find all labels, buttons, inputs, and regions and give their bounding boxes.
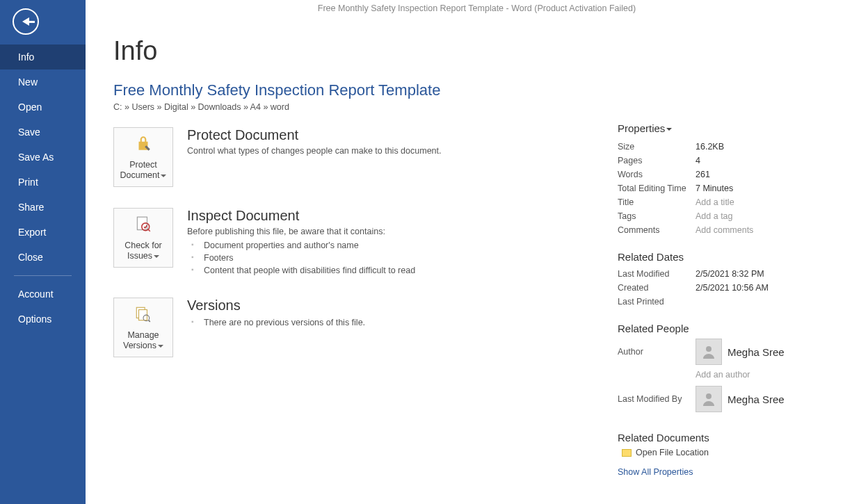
protect-btn-label-1: Protect <box>129 160 157 170</box>
date-value-created: 2/5/2021 10:56 AM <box>696 283 769 293</box>
chevron-down-icon <box>666 128 672 131</box>
chevron-down-icon <box>154 255 159 258</box>
prop-value-size: 16.2KB <box>696 142 724 152</box>
avatar <box>696 339 722 365</box>
date-label-created: Created <box>618 283 696 293</box>
protect-document-button[interactable]: ProtectDocument <box>113 127 173 187</box>
nav-account[interactable]: Account <box>0 282 86 307</box>
nav-save[interactable]: Save <box>0 120 86 145</box>
inspect-item: Footers <box>187 252 415 264</box>
inspect-item: Content that people with disabilities fi… <box>187 264 415 277</box>
prop-value-title[interactable]: Add a title <box>696 197 734 207</box>
prop-label-comments: Comments <box>618 225 696 235</box>
versions-btn-label-1: Manage <box>127 330 159 340</box>
nav-info[interactable]: Info <box>0 44 86 70</box>
document-title: Free Monthly Safety Inspection Report Te… <box>113 81 618 99</box>
related-documents-heading: Related Documents <box>618 432 840 444</box>
related-dates-heading: Related Dates <box>618 251 840 263</box>
protect-text: Control what types of changes people can… <box>187 146 442 156</box>
prop-label-pages: Pages <box>618 156 696 165</box>
nav-options[interactable]: Options <box>0 307 86 332</box>
inspect-text: Before publishing this file, be aware th… <box>187 227 415 236</box>
add-author[interactable]: Add an author <box>696 370 750 380</box>
prop-value-pages: 4 <box>696 156 700 165</box>
open-file-location-label: Open File Location <box>636 448 709 457</box>
prop-label-title: Title <box>618 197 696 207</box>
modified-by-name[interactable]: Megha Sree <box>728 393 785 405</box>
back-button[interactable] <box>13 8 39 35</box>
prop-label-editing-time: Total Editing Time <box>618 184 696 193</box>
protect-heading: Protect Document <box>187 127 442 143</box>
modified-by-label: Last Modified By <box>618 394 696 404</box>
nav-export[interactable]: Export <box>0 220 86 245</box>
main-content: Info Free Monthly Safety Inspection Repo… <box>86 0 868 504</box>
nav-save-as[interactable]: Save As <box>0 145 86 170</box>
prop-value-editing-time: 7 Minutes <box>696 184 733 193</box>
prop-label-tags: Tags <box>618 211 696 221</box>
related-people-heading: Related People <box>618 323 840 334</box>
inspect-btn-label-1: Check for <box>124 241 162 250</box>
page-title: Info <box>113 36 618 66</box>
inspect-btn-label-2: Issues <box>127 251 152 261</box>
svg-point-5 <box>706 346 712 352</box>
date-label-modified: Last Modified <box>618 269 696 279</box>
nav-share[interactable]: Share <box>0 195 86 220</box>
inspect-heading: Inspect Document <box>187 208 415 224</box>
chevron-down-icon <box>161 174 166 177</box>
check-issues-button[interactable]: Check forIssues <box>113 208 173 268</box>
prop-label-words: Words <box>618 170 696 179</box>
versions-icon <box>134 298 152 330</box>
show-all-properties[interactable]: Show All Properties <box>618 467 840 477</box>
nav-open[interactable]: Open <box>0 95 86 120</box>
inspect-icon <box>134 209 152 241</box>
svg-point-6 <box>706 393 712 399</box>
backstage-sidebar: Info New Open Save Save As Print Share E… <box>0 0 86 504</box>
back-arrow-icon <box>22 17 29 26</box>
nav-divider <box>14 275 72 276</box>
properties-heading[interactable]: Properties <box>618 122 840 134</box>
lock-icon <box>134 128 152 160</box>
avatar <box>696 386 722 412</box>
open-file-location[interactable]: Open File Location <box>622 448 840 457</box>
date-value-modified: 2/5/2021 8:32 PM <box>696 269 764 279</box>
manage-versions-button[interactable]: ManageVersions <box>113 298 173 357</box>
versions-heading: Versions <box>187 298 365 314</box>
protect-btn-label-2: Document <box>120 170 160 180</box>
versions-btn-label-2: Versions <box>123 341 156 350</box>
inspect-item: Document properties and author's name <box>187 239 415 252</box>
prop-label-size: Size <box>618 142 696 152</box>
author-name[interactable]: Megha Sree <box>728 346 785 358</box>
prop-value-tags[interactable]: Add a tag <box>696 211 733 221</box>
folder-icon <box>622 449 632 457</box>
chevron-down-icon <box>158 345 163 348</box>
window-title: Free Monthly Safety Inspection Report Te… <box>86 0 868 19</box>
date-label-printed: Last Printed <box>618 297 696 307</box>
author-label: Author <box>618 347 696 357</box>
versions-text: There are no previous versions of this f… <box>187 316 365 329</box>
prop-value-comments[interactable]: Add comments <box>696 225 753 235</box>
nav-close[interactable]: Close <box>0 245 86 270</box>
nav-new[interactable]: New <box>0 70 86 95</box>
breadcrumb: C: » Users » Digital » Downloads » A4 » … <box>113 102 618 112</box>
nav-print[interactable]: Print <box>0 170 86 195</box>
prop-value-words: 261 <box>696 170 710 179</box>
